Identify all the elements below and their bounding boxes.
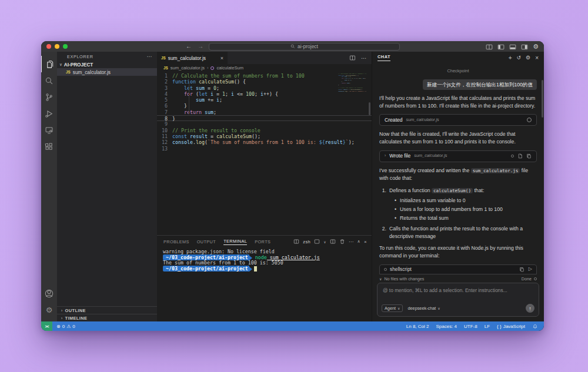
tab-sum-calculator[interactable]: JS sum_calculator.js ×	[157, 52, 228, 64]
editor-code-area[interactable]: 1// Calculate the sum of numbers from 1 …	[157, 72, 372, 235]
new-chat-icon[interactable]: +	[509, 55, 512, 61]
split-terminal-icon[interactable]	[330, 239, 336, 244]
explorer-sidebar: EXPLORER ⋯ ∨ AI-PROJECT JS sum_calculato…	[57, 52, 157, 321]
chat-scrollbar[interactable]	[542, 80, 543, 118]
close-window-button[interactable]	[46, 44, 51, 49]
maximize-panel-icon[interactable]: ∧	[357, 239, 360, 244]
close-panel-icon[interactable]: ×	[364, 239, 367, 244]
code-line: 12console.log(`The sum of numbers from 1…	[157, 139, 372, 145]
cursor-position[interactable]: Ln 8, Col 2	[406, 324, 429, 329]
settings-gear-icon[interactable]: ⚙	[41, 301, 57, 318]
tool-card-wrote-file[interactable]: › Wrote file sum_calculator.js	[379, 150, 537, 162]
chat-messages[interactable]: Checkpoint 新建一个js文件，在控制台输出1相加到100的值 I'll…	[372, 63, 544, 275]
code-line: 13	[157, 146, 372, 152]
explorer-more-actions-icon[interactable]: ⋯	[146, 53, 152, 59]
toggle-primary-sidebar-icon[interactable]	[497, 43, 505, 51]
source-control-icon[interactable]	[41, 89, 57, 105]
tool-card-file: sum_calculator.js	[406, 116, 439, 124]
model-dropdown[interactable]: deepseek-chat∨	[407, 306, 440, 311]
remote-indicator[interactable]: ><	[41, 321, 52, 331]
code-block-header[interactable]: shellscript ▷	[379, 264, 537, 274]
run-command-icon[interactable]: ▷	[529, 266, 532, 273]
tab-ports[interactable]: PORTS	[255, 239, 270, 244]
tab-output[interactable]: OUTPUT	[197, 239, 216, 244]
sidebar-item-folder[interactable]: ∨ AI-PROJECT	[57, 61, 157, 68]
vscode-window: ← → ai-project ⚙	[41, 41, 544, 331]
minimize-window-button[interactable]	[55, 44, 59, 49]
forward-icon[interactable]: →	[198, 42, 203, 51]
timeline-section[interactable]: › TIMELINE	[57, 314, 157, 321]
problems-indicator[interactable]: ⊗0 ⚠0	[56, 324, 75, 329]
notifications-bell-icon[interactable]	[532, 323, 538, 329]
tool-card-created[interactable]: Created sum_calculator.js	[379, 114, 537, 126]
close-icon[interactable]: ×	[220, 55, 223, 61]
assistant-message: Now that the file is created, I'll write…	[379, 130, 537, 145]
chevron-down-icon: ∨	[437, 306, 440, 310]
run-debug-icon[interactable]	[41, 105, 57, 122]
editor-scrollbar[interactable]	[369, 102, 370, 115]
terminal-split-icon[interactable]	[293, 239, 299, 244]
code-line: 11const result = calculateSum();	[157, 133, 372, 139]
chevron-down-icon[interactable]: ∨	[323, 240, 326, 244]
outline-label: OUTLINE	[65, 308, 86, 313]
kill-terminal-trash-icon[interactable]	[339, 239, 345, 244]
remote-explorer-icon[interactable]	[41, 122, 57, 138]
sidebar-item-file[interactable]: JS sum_calculator.js	[57, 68, 157, 76]
shell-name[interactable]: zsh	[303, 239, 310, 244]
tab-problems[interactable]: PROBLEMS	[163, 239, 189, 244]
agent-mode-dropdown[interactable]: Agent∨	[382, 304, 403, 312]
status-circle-icon	[527, 118, 532, 122]
js-file-icon: JS	[163, 66, 168, 70]
outline-section[interactable]: › OUTLINE	[57, 306, 157, 314]
copy-icon[interactable]	[526, 153, 532, 159]
open-file-icon[interactable]	[517, 153, 523, 159]
chat-input[interactable]: @ to mention, ⌘L to add a selection. Ent…	[377, 283, 539, 317]
checkpoint-label: Checkpoint	[379, 68, 537, 75]
history-icon[interactable]: ↺	[517, 55, 522, 61]
tool-card-file: sum_calculator.js	[414, 152, 447, 160]
copy-icon[interactable]	[519, 267, 524, 272]
assistant-message: To run this code, you can execute it wit…	[379, 244, 537, 259]
command-center-label: ai-project	[298, 43, 318, 49]
tab-terminal[interactable]: TERMINAL	[223, 239, 247, 245]
minimap[interactable]: // Calculate the sum of numbers from 1 t…	[338, 73, 366, 94]
command-center-search[interactable]: ai-project	[209, 43, 400, 51]
chevron-right-icon: ›	[61, 309, 63, 313]
account-icon[interactable]	[41, 285, 57, 301]
launch-profile-icon[interactable]	[314, 239, 320, 244]
chat-settings-gear-icon[interactable]: ⚙	[526, 55, 530, 61]
explorer-icon[interactable]	[41, 56, 57, 72]
close-chat-icon[interactable]: ×	[535, 55, 539, 61]
customize-layout-icon[interactable]: ⚙	[533, 43, 539, 51]
toggle-secondary-sidebar-icon[interactable]	[521, 43, 528, 51]
code-line: 10// Print the result to console	[157, 128, 372, 133]
language-mode[interactable]: { }JavaScript	[497, 324, 525, 329]
code-block-language: shellscript	[390, 266, 412, 273]
back-icon[interactable]: ←	[186, 42, 192, 51]
extensions-icon[interactable]	[41, 138, 57, 155]
search-icon[interactable]	[41, 72, 57, 89]
terminal-output[interactable]: warning package.json: No license field~/…	[157, 247, 372, 321]
breadcrumb-file[interactable]: sum_calculator.js	[171, 65, 205, 71]
tool-card-label: Wrote file	[389, 152, 410, 160]
zoom-window-button[interactable]	[63, 44, 68, 49]
error-icon: ⊗	[56, 324, 61, 329]
panel-more-actions-icon[interactable]: ⋯	[349, 239, 353, 244]
indentation[interactable]: Spaces: 4	[436, 324, 457, 329]
changes-bar[interactable]: ∨ No files with changes Done	[377, 275, 539, 283]
send-button[interactable]: ↑	[526, 304, 534, 313]
tab-chat[interactable]: CHAT	[377, 54, 390, 61]
eol-sequence[interactable]: LF	[485, 324, 490, 329]
editor-layout-icon[interactable]	[486, 43, 493, 51]
changes-label: No files with changes	[384, 276, 424, 281]
encoding[interactable]: UTF-8	[464, 324, 477, 329]
text-part: that:	[473, 187, 484, 193]
inline-code: sum_calculator.js	[471, 168, 520, 173]
chevron-down-icon: ∨	[397, 306, 400, 310]
js-file-icon: JS	[66, 70, 71, 74]
breadcrumb-symbol[interactable]: calculateSum	[216, 65, 243, 71]
status-dot-icon	[534, 277, 537, 280]
editor-more-actions-icon[interactable]: ⋯	[361, 55, 366, 61]
split-editor-icon[interactable]	[349, 55, 356, 61]
toggle-panel-icon[interactable]	[509, 43, 516, 51]
